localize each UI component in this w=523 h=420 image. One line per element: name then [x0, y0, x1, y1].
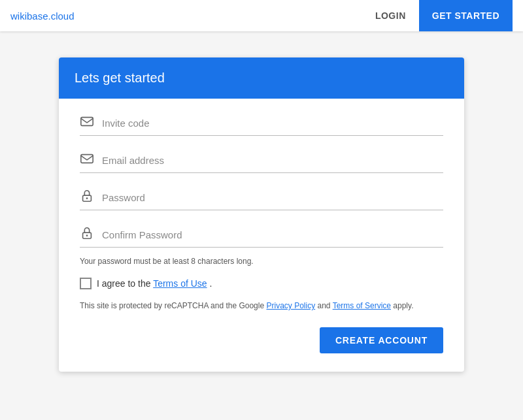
main-content: Lets get started — [0, 31, 523, 398]
terms-checkbox[interactable] — [80, 278, 92, 289]
terms-prefix: I agree to the — [97, 278, 153, 289]
lock-icon-confirm — [80, 226, 94, 240]
card-title: Lets get started — [75, 71, 448, 86]
email-input[interactable] — [102, 152, 443, 169]
svg-rect-0 — [81, 118, 93, 126]
registration-card: Lets get started — [59, 57, 464, 372]
invite-code-field — [80, 114, 443, 136]
create-account-button[interactable]: CREATE ACCOUNT — [320, 327, 443, 353]
mail-icon-invite — [80, 114, 94, 129]
recaptcha-text-after: apply. — [391, 301, 413, 310]
terms-of-service-link[interactable]: Terms of Service — [333, 301, 391, 310]
email-address-field — [80, 152, 443, 173]
recaptcha-notice: This site is protected by reCAPTCHA and … — [80, 300, 443, 312]
create-account-row: CREATE ACCOUNT — [80, 327, 443, 353]
login-button[interactable]: LOGIN — [362, 0, 419, 31]
mail-icon-email — [80, 152, 94, 166]
password-field — [80, 189, 443, 210]
get-started-button[interactable]: GET STARTED — [419, 0, 513, 31]
brand-link[interactable]: wikibase.cloud — [10, 10, 75, 22]
terms-label-text: I agree to the Terms of Use . — [97, 278, 212, 289]
svg-rect-1 — [81, 155, 93, 163]
lock-icon-password — [80, 189, 94, 203]
navbar-actions: LOGIN GET STARTED — [362, 0, 513, 31]
card-body: Your password must be at least 8 charact… — [59, 99, 464, 372]
invite-code-input[interactable] — [102, 115, 443, 131]
terms-suffix: . — [207, 278, 212, 289]
navbar: wikibase.cloud LOGIN GET STARTED — [0, 0, 523, 31]
recaptcha-text-before: This site is protected by reCAPTCHA and … — [80, 301, 266, 310]
recaptcha-text-between: and — [315, 301, 332, 310]
terms-row: I agree to the Terms of Use . — [80, 278, 443, 289]
svg-point-3 — [86, 197, 88, 199]
svg-point-5 — [86, 234, 88, 236]
card-header: Lets get started — [59, 57, 464, 99]
terms-of-use-link[interactable]: Terms of Use — [153, 278, 207, 289]
password-hint: Your password must be at least 8 charact… — [80, 257, 443, 266]
confirm-password-field — [80, 226, 443, 248]
password-input[interactable] — [102, 189, 443, 206]
privacy-policy-link[interactable]: Privacy Policy — [266, 301, 315, 310]
confirm-password-input[interactable] — [102, 227, 443, 243]
